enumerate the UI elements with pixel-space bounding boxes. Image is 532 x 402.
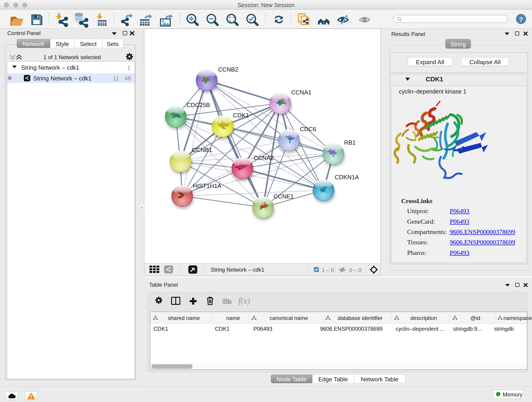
svg-text:CCNB2: CCNB2 <box>218 66 238 73</box>
svg-text:CDC6: CDC6 <box>300 126 316 133</box>
svg-text:CDK1: CDK1 <box>233 112 249 119</box>
svg-text:CCNE1: CCNE1 <box>273 193 294 200</box>
svg-text:HIST1H1A: HIST1H1A <box>193 182 222 189</box>
svg-text:RB1: RB1 <box>344 139 356 146</box>
svg-text:CCNB1: CCNB1 <box>192 147 212 153</box>
svg-text:CCNA1: CCNA1 <box>291 89 311 96</box>
svg-text:CDC25B: CDC25B <box>186 102 210 108</box>
svg-text:CCNA2: CCNA2 <box>254 154 274 161</box>
svg-text:CDKN1A: CDKN1A <box>335 174 359 181</box>
